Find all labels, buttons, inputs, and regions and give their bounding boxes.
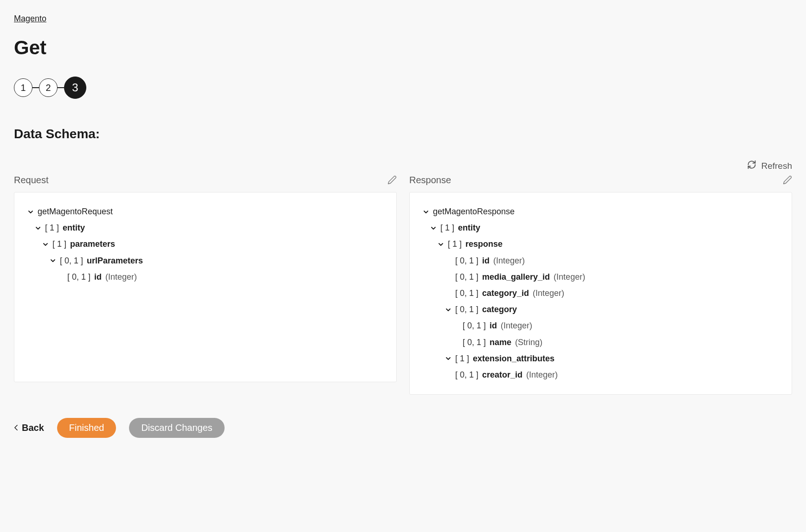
- tree-node-cardinality: [ 0, 1 ]: [463, 320, 486, 332]
- request-column: Request getMagentoRequest[ 1 ]entity[ 1 …: [14, 173, 397, 395]
- tree-node-cardinality: [ 1 ]: [455, 353, 469, 365]
- step-2[interactable]: 2: [39, 78, 58, 97]
- tree-node[interactable]: [ 0, 1 ]creator_id(Integer): [423, 367, 779, 383]
- tree-node-name: entity: [63, 222, 85, 234]
- response-tree-panel: getMagentoResponse[ 1 ]entity[ 1 ]respon…: [409, 192, 792, 395]
- tree-node-cardinality: [ 0, 1 ]: [455, 271, 478, 283]
- tree-node-name: response: [465, 238, 503, 250]
- tree-node-type: (Integer): [554, 271, 585, 283]
- step-3[interactable]: 3: [64, 77, 86, 99]
- tree-node-cardinality: [ 1 ]: [52, 238, 66, 250]
- chevron-down-icon[interactable]: [445, 356, 451, 361]
- chevron-down-icon[interactable]: [42, 242, 49, 247]
- tree-node-type: (Integer): [526, 369, 558, 381]
- pencil-icon[interactable]: [783, 175, 792, 185]
- tree-node-cardinality: [ 0, 1 ]: [455, 304, 478, 315]
- schema-panels: Request getMagentoRequest[ 1 ]entity[ 1 …: [14, 173, 792, 395]
- response-header: Response: [409, 173, 792, 186]
- chevron-down-icon[interactable]: [445, 307, 451, 313]
- tree-node-type: (String): [515, 337, 542, 348]
- tree-node[interactable]: [ 1 ]extension_attributes: [423, 351, 779, 367]
- tree-node-name: getMagentoRequest: [38, 206, 113, 218]
- tree-node-name: parameters: [70, 238, 115, 250]
- chevron-down-icon[interactable]: [430, 225, 437, 231]
- chevron-down-icon[interactable]: [423, 209, 429, 215]
- tree-node-name: id: [94, 271, 102, 283]
- request-header: Request: [14, 173, 397, 186]
- tree-node-cardinality: [ 0, 1 ]: [455, 369, 478, 381]
- response-label: Response: [409, 175, 451, 186]
- wizard-stepper: 1 2 3: [14, 77, 792, 99]
- chevron-left-icon: [14, 423, 18, 433]
- tree-node-type: (Integer): [493, 255, 525, 267]
- discard-changes-button[interactable]: Discard Changes: [129, 418, 224, 438]
- footer-actions: Back Finished Discard Changes: [14, 418, 792, 438]
- tree-node[interactable]: [ 0, 1 ]id(Integer): [423, 253, 779, 269]
- tree-node[interactable]: getMagentoRequest: [27, 204, 383, 220]
- request-tree-panel: getMagentoRequest[ 1 ]entity[ 1 ]paramet…: [14, 192, 397, 382]
- tree-node-name: urlParameters: [87, 255, 143, 267]
- chevron-down-icon[interactable]: [50, 258, 56, 263]
- tree-node[interactable]: [ 0, 1 ]urlParameters: [27, 253, 383, 269]
- chevron-down-icon[interactable]: [27, 209, 34, 215]
- page-title: Get: [14, 37, 792, 59]
- chevron-down-icon[interactable]: [438, 242, 444, 247]
- tree-node[interactable]: [ 0, 1 ]id(Integer): [423, 318, 779, 334]
- tree-node-cardinality: [ 0, 1 ]: [463, 337, 486, 348]
- tree-node-cardinality: [ 1 ]: [45, 222, 59, 234]
- chevron-down-icon[interactable]: [35, 225, 41, 231]
- refresh-icon: [747, 160, 756, 172]
- tree-node-cardinality: [ 0, 1 ]: [67, 271, 90, 283]
- step-1[interactable]: 1: [14, 78, 32, 97]
- tree-node[interactable]: [ 1 ]response: [423, 236, 779, 252]
- tree-node-name: creator_id: [482, 369, 522, 381]
- tree-node-type: (Integer): [533, 288, 564, 299]
- tree-node-name: getMagentoResponse: [433, 206, 515, 218]
- tree-node[interactable]: getMagentoResponse: [423, 204, 779, 220]
- tree-node[interactable]: [ 0, 1 ]category_id(Integer): [423, 285, 779, 301]
- tree-node-type: (Integer): [501, 320, 532, 332]
- tree-node-cardinality: [ 1 ]: [440, 222, 454, 234]
- tree-node-name: id: [482, 255, 490, 267]
- tree-node-name: entity: [458, 222, 480, 234]
- tree-node[interactable]: [ 1 ]entity: [423, 220, 779, 236]
- tree-node-name: media_gallery_id: [482, 271, 550, 283]
- tree-node-cardinality: [ 1 ]: [448, 238, 462, 250]
- refresh-label: Refresh: [761, 161, 792, 171]
- tree-node-cardinality: [ 0, 1 ]: [455, 255, 478, 267]
- back-button[interactable]: Back: [14, 423, 44, 433]
- breadcrumb-link-magento[interactable]: Magento: [14, 14, 46, 23]
- tree-node-cardinality: [ 0, 1 ]: [455, 288, 478, 299]
- tree-node-type: (Integer): [105, 271, 137, 283]
- tree-node[interactable]: [ 0, 1 ]media_gallery_id(Integer): [423, 269, 779, 285]
- tree-node-name: name: [490, 337, 511, 348]
- tree-node[interactable]: [ 1 ]entity: [27, 220, 383, 236]
- tree-node-name: extension_attributes: [473, 353, 555, 365]
- tree-node-name: id: [490, 320, 497, 332]
- request-label: Request: [14, 175, 49, 186]
- breadcrumb: Magento: [14, 14, 792, 24]
- step-connector: [32, 87, 39, 88]
- pencil-icon[interactable]: [387, 175, 397, 185]
- step-connector: [58, 87, 64, 88]
- tree-node[interactable]: [ 0, 1 ]id(Integer): [27, 269, 383, 285]
- tree-node-cardinality: [ 0, 1 ]: [60, 255, 83, 267]
- tree-node-name: category_id: [482, 288, 529, 299]
- section-title-data-schema: Data Schema:: [14, 127, 792, 141]
- back-label: Back: [22, 423, 44, 433]
- response-column: Response getMagentoResponse[ 1 ]entity[ …: [409, 173, 792, 395]
- tree-node[interactable]: [ 0, 1 ]category: [423, 301, 779, 318]
- refresh-button[interactable]: Refresh: [14, 160, 792, 172]
- tree-node[interactable]: [ 0, 1 ]name(String): [423, 334, 779, 351]
- tree-node[interactable]: [ 1 ]parameters: [27, 236, 383, 252]
- tree-node-name: category: [482, 304, 517, 315]
- finished-button[interactable]: Finished: [57, 418, 116, 438]
